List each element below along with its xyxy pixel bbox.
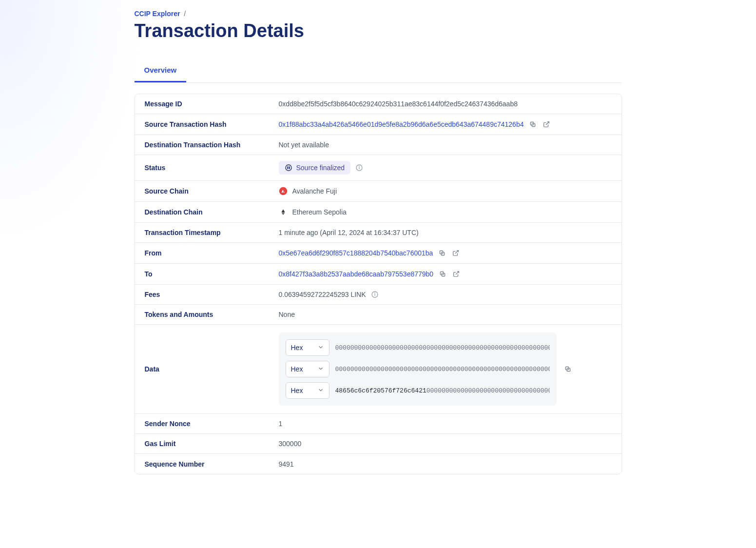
value-gas-limit: 300000 [279, 440, 612, 448]
copy-icon[interactable] [438, 270, 447, 278]
copy-icon[interactable] [528, 120, 537, 129]
label-from: From [145, 249, 279, 257]
tab-overview[interactable]: Overview [135, 59, 187, 82]
svg-line-15 [456, 272, 459, 274]
row-timestamp: Transaction Timestamp 1 minute ago (Apri… [135, 223, 621, 243]
status-pending-icon [285, 164, 292, 172]
chevron-down-icon [317, 344, 324, 352]
row-from: From 0x5e67ea6d6f290f857c1888204b7540bac… [135, 243, 621, 264]
row-gas-limit: Gas Limit 300000 [135, 434, 621, 454]
source-tx-hash-link[interactable]: 0x1f88abc33a4ab426a5466e01d9e5fe8a2b96d6… [279, 120, 524, 128]
svg-line-2 [546, 122, 549, 125]
value-timestamp: 1 minute ago (April 12, 2024 at 16:34:37… [279, 229, 612, 236]
data-box: Hex0000000000000000000000000000000000000… [279, 333, 557, 406]
label-tokens-amounts: Tokens and Amounts [145, 311, 279, 318]
data-line: Hex0000000000000000000000000000000000000… [286, 339, 550, 356]
chevron-down-icon [317, 365, 324, 373]
avalanche-icon [279, 187, 288, 196]
breadcrumb-root-link[interactable]: CCIP Explorer [135, 10, 180, 18]
chevron-down-icon [317, 387, 324, 395]
label-to: To [145, 270, 279, 278]
row-data: Data Hex00000000000000000000000000000000… [135, 325, 621, 414]
value-tokens-amounts: None [279, 311, 612, 318]
hex-format-select[interactable]: Hex [286, 339, 330, 356]
breadcrumb: CCIP Explorer / [135, 10, 622, 18]
ethereum-icon [279, 208, 288, 216]
status-badge: Source finalized [279, 161, 351, 175]
data-hex-value: 48656c6c6f20576f726c64210000000000000000… [335, 387, 550, 394]
row-source-tx-hash: Source Transaction Hash 0x1f88abc33a4ab4… [135, 114, 621, 135]
value-sender-nonce: 1 [279, 420, 612, 428]
svg-point-18 [374, 293, 375, 293]
info-icon[interactable] [371, 291, 379, 298]
svg-line-12 [455, 251, 458, 254]
svg-rect-5 [289, 166, 290, 169]
label-fees: Fees [145, 291, 279, 298]
row-status: Status Source finalized [135, 155, 621, 181]
label-dest-chain: Destination Chain [145, 208, 279, 216]
row-dest-tx-hash: Destination Transaction Hash Not yet ava… [135, 135, 621, 155]
row-sequence-number: Sequence Number 9491 [135, 454, 621, 474]
value-message-id: 0xdd8be2f5f5d5cf3b8640c62924025b311ae83c… [279, 100, 612, 108]
svg-point-8 [359, 166, 360, 166]
label-dest-tx-hash: Destination Transaction Hash [145, 141, 279, 149]
label-status: Status [145, 164, 279, 172]
value-dest-tx-hash: Not yet available [279, 141, 612, 149]
hex-format-select[interactable]: Hex [286, 382, 330, 399]
dest-chain-name: Ethereum Sepolia [292, 208, 347, 216]
to-address-link[interactable]: 0x8f427f3a3a8b2537aabde68caab797553e8779… [279, 270, 434, 278]
external-link-icon[interactable] [542, 120, 551, 129]
value-sequence-number: 9491 [279, 460, 612, 468]
row-dest-chain: Destination Chain Ethereum Sepolia [135, 202, 621, 223]
label-timestamp: Transaction Timestamp [145, 229, 279, 236]
copy-icon[interactable] [563, 365, 572, 373]
label-sequence-number: Sequence Number [145, 460, 279, 468]
hex-format-select[interactable]: Hex [286, 361, 330, 377]
breadcrumb-separator: / [184, 10, 186, 18]
row-sender-nonce: Sender Nonce 1 [135, 414, 621, 434]
label-message-id: Message ID [145, 100, 279, 108]
details-panel: Message ID 0xdd8be2f5f5d5cf3b8640c629240… [135, 94, 622, 474]
value-fees: 0.06394592722245293 LINK [279, 291, 366, 298]
row-message-id: Message ID 0xdd8be2f5f5d5cf3b8640c629240… [135, 94, 621, 114]
label-gas-limit: Gas Limit [145, 440, 279, 448]
row-source-chain: Source Chain Avalanche Fuji [135, 181, 621, 202]
label-sender-nonce: Sender Nonce [145, 420, 279, 428]
source-chain-name: Avalanche Fuji [292, 187, 337, 195]
label-data: Data [145, 365, 279, 373]
row-to: To 0x8f427f3a3a8b2537aabde68caab797553e8… [135, 264, 621, 285]
external-link-icon[interactable] [452, 270, 461, 278]
data-hex-value: 0000000000000000000000000000000000000000… [335, 366, 550, 373]
external-link-icon[interactable] [451, 249, 460, 257]
svg-rect-4 [287, 166, 288, 169]
label-source-tx-hash: Source Transaction Hash [145, 120, 279, 128]
copy-icon[interactable] [438, 249, 446, 257]
label-source-chain: Source Chain [145, 187, 279, 195]
info-icon[interactable] [355, 164, 363, 172]
svg-point-3 [286, 165, 291, 171]
from-address-link[interactable]: 0x5e67ea6d6f290f857c1888204b7540bac76001… [279, 249, 433, 257]
tabs: Overview [135, 59, 622, 83]
status-text: Source finalized [296, 164, 345, 172]
data-line: Hex0000000000000000000000000000000000000… [286, 361, 550, 377]
data-hex-value: 0000000000000000000000000000000000000000… [335, 344, 550, 352]
row-fees: Fees 0.06394592722245293 LINK [135, 285, 621, 305]
page-title: Transaction Details [135, 20, 622, 41]
data-line: Hex48656c6c6f20576f726c64210000000000000… [286, 382, 550, 399]
row-tokens-amounts: Tokens and Amounts None [135, 305, 621, 325]
